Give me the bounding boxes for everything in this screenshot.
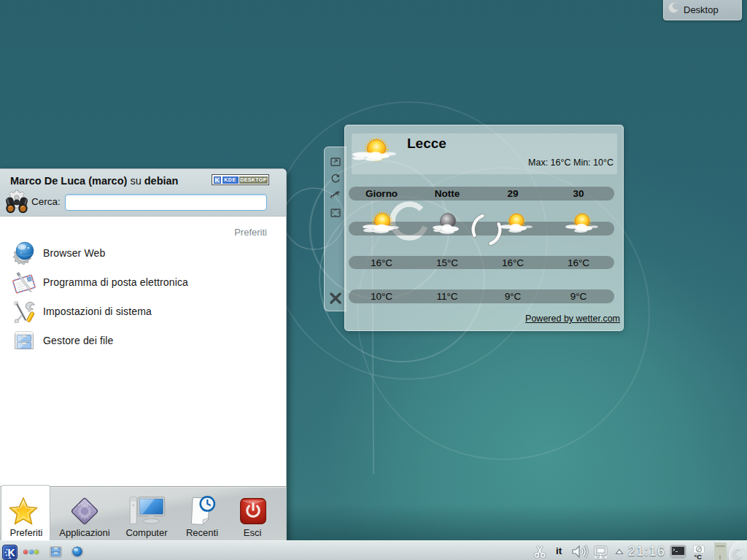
svg-text:K: K xyxy=(8,547,15,559)
svg-text:°C: °C xyxy=(694,553,703,560)
